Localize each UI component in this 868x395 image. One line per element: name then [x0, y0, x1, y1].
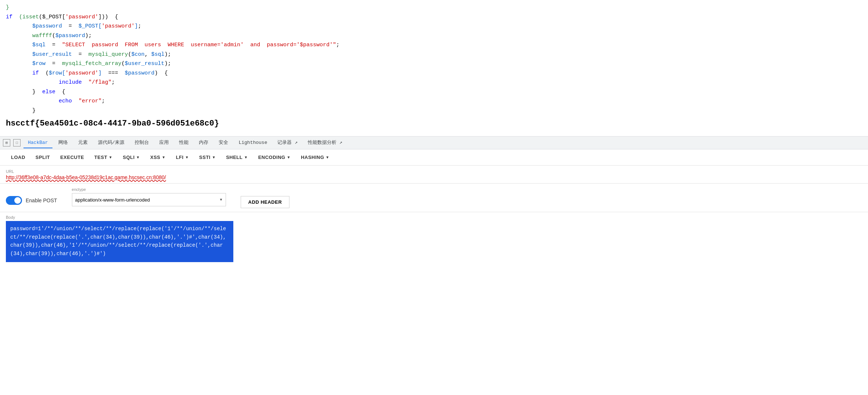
devtools-bar: ⊞ □ HackBar 网络 元素 源代码/来源 控制台 应用 性能 内存 安全… — [0, 136, 868, 149]
body-content[interactable]: password=1'/**/union/**/select/**/replac… — [6, 221, 233, 262]
code-line-2: if (isset($_POST['password'])) { — [6, 12, 862, 22]
code-line-9: include "/flag"; — [6, 78, 862, 87]
enctype-wrapper: application/x-www-form-urlencoded — [72, 193, 226, 206]
code-line-12: } — [6, 106, 862, 116]
devtools-icon-1[interactable]: ⊞ — [3, 139, 10, 146]
url-section: URL http://36ff3e08-a7dc-4daa-b5ea-05238… — [0, 166, 868, 184]
devtools-icon-2[interactable]: □ — [13, 139, 21, 146]
hackbar-toolbar: LOAD SPLIT EXECUTE TEST▼ SQLI▼ XSS▼ LFI▼… — [0, 149, 868, 166]
test-button[interactable]: TEST▼ — [89, 152, 118, 163]
enctype-label: enctype — [72, 187, 226, 192]
url-label: URL — [6, 169, 862, 174]
lfi-button[interactable]: LFI▼ — [171, 152, 194, 163]
tab-lighthouse[interactable]: Lighthouse — [234, 138, 271, 148]
code-line-7: $row = mysqli_fetch_array($user_result); — [6, 59, 862, 69]
shell-button[interactable]: SHELL▼ — [221, 152, 253, 163]
enable-post-toggle[interactable] — [6, 196, 22, 205]
body-label: Body — [6, 212, 862, 220]
flag-line: hscctf{5ea4501c-08c4-4417-9ba0-596d051e6… — [6, 115, 862, 133]
code-line-5: $sql = "SELECT password FROM users WHERE… — [6, 40, 862, 50]
execute-button[interactable]: EXECUTE — [55, 152, 89, 163]
split-button[interactable]: SPLIT — [30, 152, 55, 163]
tab-console[interactable]: 控制台 — [130, 137, 153, 149]
hashing-button[interactable]: HASHING▼ — [296, 152, 335, 163]
ssti-button[interactable]: SSTI▼ — [194, 152, 221, 163]
tab-sources[interactable]: 源代码/来源 — [94, 137, 129, 149]
url-value[interactable]: http://36ff3e08-a7dc-4daa-b5ea-05238d19c… — [6, 174, 862, 180]
load-button[interactable]: LOAD — [6, 152, 30, 163]
post-section: Enable POST enctype application/x-www-fo… — [0, 184, 868, 212]
add-header-button[interactable]: ADD HEADER — [241, 196, 290, 208]
tab-performance[interactable]: 性能 — [175, 137, 193, 149]
enable-post-container: Enable POST — [6, 196, 57, 205]
tab-hackbar[interactable]: HackBar — [23, 138, 52, 148]
enctype-select[interactable]: application/x-www-form-urlencoded — [72, 193, 226, 206]
tab-security[interactable]: 安全 — [214, 137, 233, 149]
tab-perf-insights[interactable]: 性能数据分析 ↗ — [303, 137, 347, 149]
enable-post-label: Enable POST — [26, 198, 57, 203]
tab-recorder[interactable]: 记录器 ↗ — [273, 137, 302, 149]
body-section: Body password=1'/**/union/**/select/**/r… — [0, 212, 868, 266]
code-line-11: echo "error"; — [6, 97, 862, 106]
xss-button[interactable]: XSS▼ — [145, 152, 171, 163]
enctype-container: enctype application/x-www-form-urlencode… — [72, 187, 226, 206]
code-line-1: } — [6, 3, 862, 12]
code-line-4: waffff($password); — [6, 31, 862, 41]
code-area: } if (isset($_POST['password'])) { $pass… — [0, 0, 868, 136]
encoding-button[interactable]: ENCODING▼ — [253, 152, 296, 163]
code-line-3: $password = $_POST['password']; — [6, 22, 862, 31]
tab-memory[interactable]: 内存 — [194, 137, 213, 149]
tab-network[interactable]: 网络 — [54, 137, 72, 149]
tab-application[interactable]: 应用 — [155, 137, 173, 149]
code-line-6: $user_result = mysqli_query($con, $sql); — [6, 50, 862, 59]
sqli-button[interactable]: SQLI▼ — [118, 152, 145, 163]
tab-elements[interactable]: 元素 — [74, 137, 92, 149]
code-line-10: } else { — [6, 87, 862, 97]
code-line-8: if ($row['password'] === $password) { — [6, 69, 862, 78]
